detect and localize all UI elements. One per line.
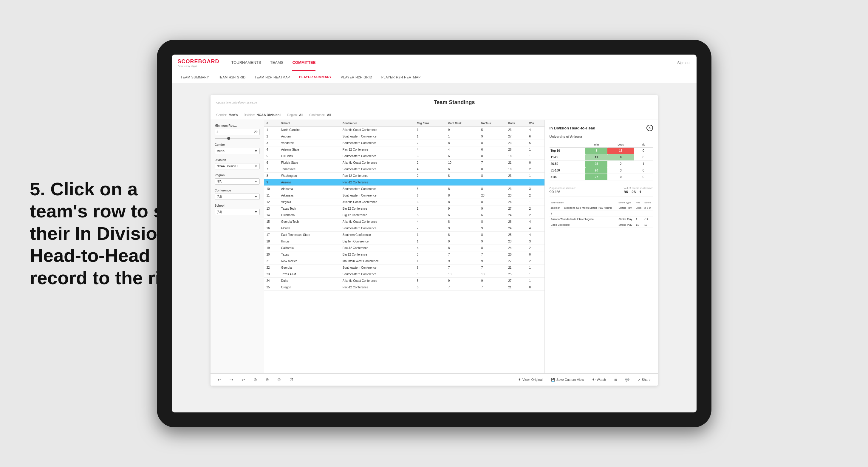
nav-tournaments[interactable]: TOURNAMENTS bbox=[231, 55, 261, 71]
slider-thumb bbox=[227, 137, 230, 140]
table-row[interactable]: 9ArizonaPac-12 Conference bbox=[264, 179, 545, 186]
table-row[interactable]: 11ArkansasSoutheastern Conference6823232 bbox=[264, 192, 545, 199]
table-row[interactable]: 4Arizona StatePac-12 Conference446261 bbox=[264, 147, 545, 153]
sign-out-button[interactable]: Sign out bbox=[677, 61, 690, 65]
grid-button[interactable]: ⊞ bbox=[612, 377, 619, 383]
h2h-col-tie: Tie bbox=[634, 142, 653, 148]
table-row[interactable]: 12VirginiaAtlantic Coast Conference38824… bbox=[264, 199, 545, 206]
nav-teams[interactable]: TEAMS bbox=[270, 55, 284, 71]
settings-icon: ⊛ bbox=[266, 377, 269, 382]
col-rank: # bbox=[264, 120, 279, 127]
undo2-button[interactable]: ↩ bbox=[239, 376, 247, 383]
table-row[interactable]: 13Texas TechBig 12 Conference199272 bbox=[264, 206, 545, 212]
tournament-row[interactable]: Cabo CollegiateStroke Play1117 bbox=[550, 222, 653, 228]
gender-section: Gender Men's ▼ bbox=[215, 143, 260, 154]
division-section: Division NCAA Division I ▼ bbox=[215, 158, 260, 169]
standings-table: # School Conference Reg Rank Conf Rank N… bbox=[264, 120, 545, 291]
table-row[interactable]: 2AuburnSoutheastern Conference119276 bbox=[264, 133, 545, 140]
settings-button[interactable]: ⊛ bbox=[263, 376, 271, 383]
save-icon: 💾 bbox=[551, 378, 555, 382]
camera-button[interactable]: ⊕ bbox=[251, 376, 259, 383]
timer-button[interactable]: ⏱ bbox=[287, 376, 296, 383]
subnav-team-h2h-grid[interactable]: TEAM H2H GRID bbox=[218, 72, 246, 82]
table-row[interactable]: 5Ole MissSoutheastern Conference368181 bbox=[264, 153, 545, 160]
tournament-row[interactable]: 1 bbox=[550, 211, 653, 217]
col-conference: Conference bbox=[340, 120, 414, 127]
table-row[interactable]: 7TennesseeSoutheastern Conference468182 bbox=[264, 166, 545, 173]
tournament-row[interactable]: Jackson T. Stephens Cup Men's Match-Play… bbox=[550, 205, 653, 211]
h2h-header-row: Win Loss Tie bbox=[550, 142, 653, 148]
school-select[interactable]: (All) ▼ bbox=[215, 209, 260, 215]
table-row[interactable]: 25OregonPac-12 Conference577210 bbox=[264, 284, 545, 291]
eye-icon: 👁 bbox=[518, 378, 521, 381]
opponents-label: Opponents in division: bbox=[550, 187, 576, 190]
h2h-row: 51-1002030 bbox=[550, 167, 653, 174]
min-rounds-value[interactable]: 4 20 bbox=[215, 129, 260, 135]
region-filter-label: Region bbox=[215, 174, 260, 177]
table-row[interactable]: 10AlabamaSoutheastern Conference588233 bbox=[264, 186, 545, 192]
save-custom-button[interactable]: 💾 Save Custom View bbox=[549, 377, 587, 383]
table-row[interactable]: 24DukeAtlantic Coast Conference599271 bbox=[264, 278, 545, 284]
region-select[interactable]: N/A ▼ bbox=[215, 178, 260, 185]
gender-label: Gender: bbox=[216, 113, 227, 117]
view-original-button[interactable]: 👁 View: Original bbox=[516, 377, 545, 383]
table-area: # School Conference Reg Rank Conf Rank N… bbox=[264, 120, 545, 373]
add-button[interactable]: ⊕ bbox=[275, 376, 283, 383]
gender-value: Men's bbox=[229, 113, 238, 117]
window-title: Team Standings bbox=[257, 99, 652, 105]
tournament-header: Tournament Event Type Pos Score bbox=[550, 200, 653, 205]
table-row[interactable]: 23Texas A&MSoutheastern Conference910102… bbox=[264, 271, 545, 278]
share-label: Share bbox=[642, 378, 650, 381]
table-row[interactable]: 19CaliforniaPac-12 Conference488242 bbox=[264, 245, 545, 251]
table-row[interactable]: 1North CarolinaAtlantic Coast Conference… bbox=[264, 127, 545, 133]
subnav-team-h2h-heatmap[interactable]: TEAM H2H HEATMAP bbox=[255, 72, 290, 82]
table-row[interactable]: 8WashingtonPac-12 Conference288231 bbox=[264, 173, 545, 179]
rounds-slider[interactable] bbox=[215, 138, 260, 139]
table-row[interactable]: 20TexasBig 12 Conference377200 bbox=[264, 251, 545, 258]
table-row[interactable]: 3VanderbiltSoutheastern Conference288235 bbox=[264, 140, 545, 147]
right-panel: In Division Head-to-Head × University of… bbox=[545, 120, 658, 373]
main-content: Update time: 27/03/2024 15:56:26 Team St… bbox=[172, 83, 696, 412]
conference-select[interactable]: (All) ▼ bbox=[215, 193, 260, 200]
watch-icon: 👁 bbox=[592, 378, 595, 381]
opponents-pct-area: Opponents in division: 99.1% bbox=[550, 187, 576, 194]
grid-icon: ⊞ bbox=[614, 378, 617, 382]
chat-icon: 💬 bbox=[625, 378, 629, 382]
table-row[interactable]: 17East Tennessee StateSouthern Conferenc… bbox=[264, 232, 545, 238]
app-body: Minimum Rou... 4 20 Gender bbox=[211, 120, 658, 373]
subnav-player-summary[interactable]: PLAYER SUMMARY bbox=[299, 72, 332, 82]
min-rounds-label: Minimum Rou... bbox=[215, 124, 260, 127]
share-button[interactable]: ↗ Share bbox=[636, 377, 653, 383]
window-header: Update time: 27/03/2024 15:56:26 Team St… bbox=[211, 95, 658, 110]
col-reg-rank: Reg Rank bbox=[414, 120, 446, 127]
table-row[interactable]: 22GeorgiaSoutheastern Conference877211 bbox=[264, 264, 545, 271]
watch-label: Watch bbox=[597, 378, 606, 381]
table-row[interactable]: 16FloridaSoutheastern Conference799244 bbox=[264, 225, 545, 232]
table-row[interactable]: 6Florida StateAtlantic Coast Conference2… bbox=[264, 160, 545, 166]
gender-select[interactable]: Men's ▼ bbox=[215, 148, 260, 154]
col-tournament: Tournament bbox=[550, 200, 618, 205]
subnav-player-h2h-heatmap[interactable]: PLAYER H2H HEATMAP bbox=[381, 72, 421, 82]
nav-committee[interactable]: COMMITTEE bbox=[292, 55, 315, 71]
watch-button[interactable]: 👁 Watch bbox=[590, 377, 608, 383]
subnav-team-summary[interactable]: TEAM SUMMARY bbox=[181, 72, 209, 82]
table-row[interactable]: 15Georgia TechAtlantic Coast Conference4… bbox=[264, 219, 545, 225]
table-row[interactable]: 21New MexicoMountain West Conference1992… bbox=[264, 258, 545, 264]
chat-button[interactable]: 💬 bbox=[623, 377, 632, 383]
division-label: Division: bbox=[244, 113, 255, 117]
update-time: Update time: 27/03/2024 15:56:26 bbox=[216, 101, 257, 104]
redo-button[interactable]: ↪ bbox=[227, 376, 236, 383]
close-button[interactable]: × bbox=[647, 125, 653, 131]
tablet-frame: SCOREBOARD Powered by clippd TOURNAMENTS… bbox=[157, 40, 711, 427]
h2h-table: Win Loss Tie Top 10313011-25118026-50252… bbox=[550, 142, 653, 180]
slider-fill bbox=[215, 138, 228, 139]
tournament-row[interactable]: Arizona Thunderbirds IntercollegiateStro… bbox=[550, 217, 653, 222]
undo-button[interactable]: ↩ bbox=[215, 376, 224, 383]
h2h-row: >1002700 bbox=[550, 174, 653, 180]
division-select[interactable]: NCAA Division I ▼ bbox=[215, 163, 260, 169]
subnav-player-h2h-grid[interactable]: PLAYER H2H GRID bbox=[341, 72, 372, 82]
school-filter-label: School bbox=[215, 204, 260, 207]
table-row[interactable]: 18IllinoisBig Ten Conference199233 bbox=[264, 238, 545, 245]
table-row[interactable]: 14OklahomaBig 12 Conference566242 bbox=[264, 212, 545, 219]
tablet-screen: SCOREBOARD Powered by clippd TOURNAMENTS… bbox=[172, 55, 696, 412]
